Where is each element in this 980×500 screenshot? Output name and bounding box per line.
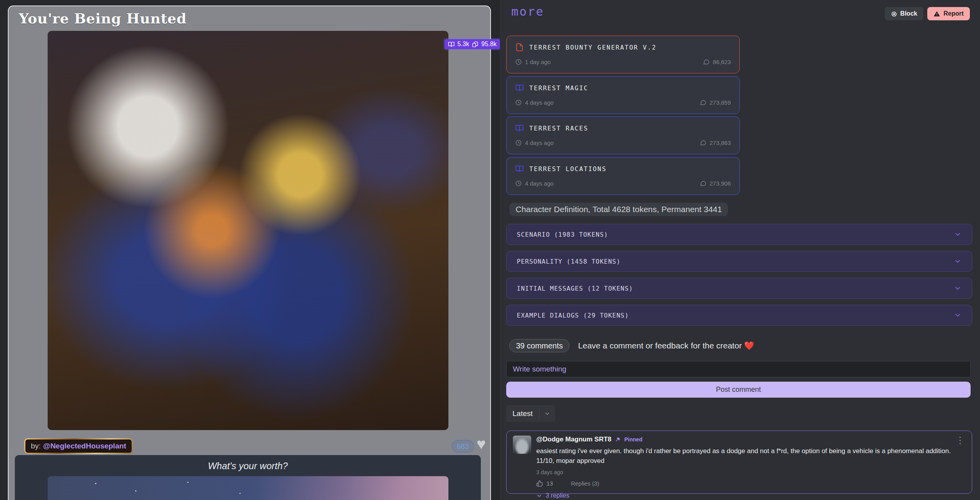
accordion-scenario[interactable]: SCENARIO (1983 TOKENS) (506, 224, 972, 245)
clock-icon (515, 180, 522, 187)
comment-like-button[interactable]: 13 (536, 480, 553, 487)
chevron-down-icon (954, 230, 962, 238)
pin-icon (615, 437, 621, 443)
comment-count-badge: 39 comments (509, 339, 569, 352)
sort-selected-value: Latest (512, 409, 539, 418)
open-book-icon (515, 124, 524, 132)
lorebook-card-bounty-generator[interactable]: TERREST BOUNTY GENERATOR V.2 1 day ago 8… (506, 36, 740, 73)
pinned-badge: Pinned (624, 436, 643, 443)
accordion-personality[interactable]: PERSONALITY (1458 TOKENS) (506, 251, 972, 272)
stats-badge: 5.3k 95.8k (444, 39, 500, 49)
post-comment-button[interactable]: Post comment (506, 382, 971, 398)
replies-expand-label: 3 replies (546, 492, 569, 499)
report-button[interactable]: Report (927, 7, 970, 20)
accordion-example-dialogs[interactable]: EXAMPLE DIALOGS (29 TOKENS) (506, 305, 972, 326)
file-json-icon (515, 43, 524, 52)
block-button[interactable]: ⊗ Block (885, 7, 924, 20)
lorebook-time: 4 days ago (525, 139, 553, 146)
replies-expand-toggle[interactable]: 3 replies (536, 492, 966, 499)
author-prefix: by: (31, 442, 41, 450)
sort-dropdown[interactable]: Latest (506, 405, 555, 422)
token-count: 5.3k (457, 41, 469, 48)
replies-count-label: Replies (3) (571, 480, 600, 487)
open-book-icon (515, 84, 524, 92)
comment-body: easiest rating i've ever given. though i… (536, 446, 958, 466)
lorebook-time: 4 days ago (525, 99, 553, 106)
accordion-label: INITIAL MESSAGES (12 TOKENS) (517, 285, 633, 292)
accordion-label: EXAMPLE DIALOGS (29 TOKENS) (517, 312, 629, 319)
moderation-buttons: ⊗ Block Report (885, 7, 970, 20)
heart-like-button[interactable]: ♥ (477, 436, 486, 452)
avatar[interactable] (513, 436, 531, 454)
character-title: You're Being Hunted (19, 10, 187, 27)
comment-author[interactable]: @Dodge Magnum SRT8 (536, 436, 611, 443)
chevron-down-icon (954, 311, 962, 319)
block-icon: ⊗ (891, 9, 897, 18)
lorebook-card-locations[interactable]: TERREST LOCATIONS 4 days ago 273,906 (506, 157, 740, 195)
lorebook-card-magic[interactable]: TERREST MAGIC 4 days ago 273,859 (506, 76, 740, 114)
download-icon (472, 41, 478, 48)
chevron-down-icon (539, 411, 555, 417)
lorebook-count: 273,863 (710, 139, 731, 146)
comment-menu-button[interactable]: ⋮ (955, 436, 965, 445)
lorebook-count: 273,859 (710, 99, 731, 106)
accordion-label: PERSONALITY (1458 TOKENS) (517, 258, 621, 265)
chevron-down-icon (536, 493, 542, 499)
download-count: 95.8k (481, 41, 496, 48)
lorebook-count: 273,906 (710, 180, 731, 187)
clock-icon (515, 59, 522, 65)
warning-icon (934, 11, 940, 17)
book-icon (448, 41, 455, 48)
details-panel: more ⊗ Block Report TERREST BOUNTY GENER… (500, 0, 980, 500)
definition-summary: Character Definition, Total 4628 tokens,… (509, 203, 728, 216)
like-count: 683 (457, 442, 469, 451)
comment-time: 3 days ago (536, 469, 966, 475)
open-book-icon (515, 164, 524, 173)
author-name[interactable]: @NeglectedHouseplant (43, 442, 126, 450)
section-title-more: more (511, 5, 544, 18)
lorebook-card-races[interactable]: TERREST RACES 4 days ago 273,863 (506, 116, 740, 154)
chat-bubble-icon (700, 180, 707, 187)
character-card: You're Being Hunted 5.3k 95.8k by: @Negl… (8, 5, 491, 500)
like-count-pill: 683 (452, 440, 474, 453)
clock-icon (515, 99, 522, 106)
lorebook-name: TERREST MAGIC (529, 84, 588, 92)
comments-header: 39 comments Leave a comment or feedback … (509, 339, 754, 352)
tagline-panel: What's your worth? (15, 455, 481, 500)
chat-bubble-icon (700, 99, 707, 106)
lorebook-count: 86,623 (713, 59, 731, 65)
report-label: Report (943, 10, 964, 17)
lorebook-name: TERREST LOCATIONS (529, 165, 607, 173)
character-image (48, 31, 448, 430)
chat-bubble-icon (700, 139, 707, 146)
author-chip[interactable]: by: @NeglectedHouseplant (24, 438, 133, 454)
comment-prompt: Leave a comment or feedback for the crea… (578, 341, 754, 350)
chevron-down-icon (954, 257, 962, 265)
accordion-label: SCENARIO (1983 TOKENS) (517, 231, 608, 238)
chevron-down-icon (954, 284, 962, 292)
clock-icon (515, 139, 522, 146)
chat-bubble-icon (703, 59, 710, 65)
block-label: Block (900, 10, 918, 17)
accordion-initial-messages[interactable]: INITIAL MESSAGES (12 TOKENS) (506, 278, 972, 299)
lorebook-time: 4 days ago (525, 180, 553, 187)
comment-card: ⋮ @Dodge Magnum SRT8 Pinned easiest rati… (506, 430, 972, 494)
secondary-image (48, 476, 448, 500)
lorebook-time: 1 day ago (525, 59, 551, 65)
comment-input[interactable] (506, 361, 971, 377)
tagline-text: What's your worth? (15, 461, 481, 471)
lorebook-name: TERREST RACES (529, 125, 588, 132)
lorebook-name: TERREST BOUNTY GENERATOR V.2 (529, 44, 657, 51)
comment-like-count: 13 (546, 480, 553, 487)
thumbs-up-icon (536, 480, 543, 487)
